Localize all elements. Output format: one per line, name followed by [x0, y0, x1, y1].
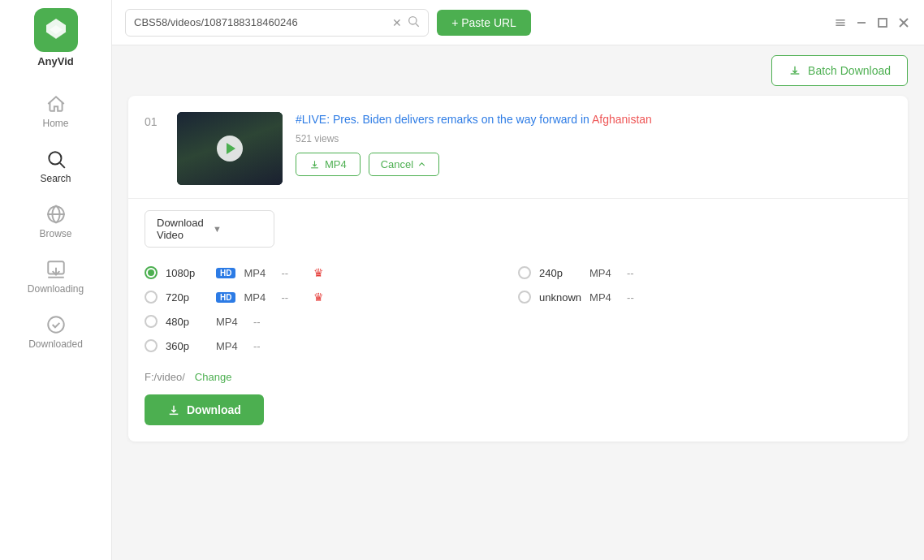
download-type-select: Download Video ▼ — [145, 210, 892, 248]
titlebar: ✕ + Paste URL — [112, 0, 924, 45]
svg-point-0 — [49, 152, 61, 164]
sidebar-item-downloading[interactable]: Downloading — [0, 249, 111, 301]
sidebar-item-browse-label: Browse — [39, 228, 71, 239]
downloaded-icon — [45, 314, 67, 335]
batch-download-button[interactable]: Batch Download — [771, 55, 908, 86]
minimize-button[interactable] — [854, 15, 869, 30]
sidebar-item-search-label: Search — [40, 173, 71, 184]
video-info: #LIVE: Pres. Biden delivers remarks on t… — [296, 112, 892, 176]
quality-row-720p[interactable]: 720p HD MP4 -- ♛ — [145, 285, 518, 309]
chevron-up-icon — [417, 159, 427, 170]
separator — [128, 198, 908, 199]
app-logo — [34, 8, 78, 52]
batch-download-icon — [788, 64, 801, 77]
radio-720p[interactable] — [145, 291, 158, 304]
video-index: 01 — [145, 112, 164, 128]
menu-button[interactable] — [833, 15, 848, 30]
quality-row-360p[interactable]: 360p MP4 -- — [145, 334, 518, 358]
video-views: 521 views — [296, 133, 892, 144]
url-input[interactable] — [134, 16, 387, 28]
sidebar-nav: Home Search Browse D — [0, 84, 111, 356]
quality-row-240p[interactable]: 240p MP4 -- — [518, 261, 892, 285]
dropdown-chevron-icon: ▼ — [213, 224, 262, 234]
downloading-icon — [45, 259, 67, 280]
video-thumbnail[interactable] — [177, 112, 283, 185]
download-icon — [167, 403, 180, 416]
svg-line-7 — [416, 24, 419, 27]
radio-240p[interactable] — [518, 266, 531, 279]
save-path-text: F:/video/ — [145, 371, 185, 383]
batch-download-label: Batch Download — [808, 64, 891, 77]
sidebar-item-downloaded-label: Downloaded — [28, 338, 83, 350]
sidebar-item-browse[interactable]: Browse — [0, 194, 111, 246]
search-icon — [45, 149, 67, 170]
radio-unknown[interactable] — [518, 291, 531, 304]
svg-rect-12 — [879, 19, 887, 27]
quality-row-480p[interactable]: 480p MP4 -- — [145, 309, 518, 334]
premium-icon-720p: ♛ — [313, 291, 324, 304]
sidebar-item-home[interactable]: Home — [0, 84, 111, 136]
premium-icon-1080p: ♛ — [313, 266, 324, 279]
home-icon — [45, 93, 67, 114]
download-options: Download Video ▼ 1080p HD MP4 — [145, 210, 892, 425]
video-actions: MP4 Cancel — [296, 153, 892, 176]
quality-grid: 1080p HD MP4 -- ♛ 720p HD MP4 -- — [145, 261, 892, 358]
video-card: 01 #LIVE: Pres. Biden delivers remarks o… — [128, 96, 908, 442]
download-button[interactable]: Download — [145, 394, 264, 425]
quality-row-unknown[interactable]: unknown MP4 -- — [518, 285, 892, 309]
change-path-link[interactable]: Change — [195, 371, 232, 383]
quality-row-1080p[interactable]: 1080p HD MP4 -- ♛ — [145, 261, 518, 285]
download-small-icon — [309, 159, 320, 170]
url-bar: ✕ — [125, 9, 429, 37]
sidebar-item-search[interactable]: Search — [0, 139, 111, 191]
app-name: AnyVid — [37, 55, 74, 67]
cancel-button[interactable]: Cancel — [369, 153, 439, 176]
content-area: 01 #LIVE: Pres. Biden delivers remarks o… — [112, 86, 924, 560]
save-path: F:/video/ Change — [145, 371, 892, 383]
paste-url-button[interactable]: + Paste URL — [437, 10, 531, 36]
quality-column-left: 1080p HD MP4 -- ♛ 720p HD MP4 -- — [145, 261, 518, 358]
svg-point-6 — [409, 16, 417, 24]
batch-download-area: Batch Download — [112, 45, 924, 86]
sidebar-item-downloading-label: Downloading — [28, 283, 84, 295]
sidebar-item-downloaded[interactable]: Downloaded — [0, 304, 111, 356]
radio-480p[interactable] — [145, 315, 158, 328]
radio-1080p[interactable] — [145, 266, 158, 279]
radio-360p[interactable] — [145, 339, 158, 352]
sidebar-item-home-label: Home — [42, 118, 68, 129]
browse-icon — [45, 204, 67, 225]
maximize-button[interactable] — [875, 15, 890, 30]
sidebar: AnyVid Home Search Browse — [0, 0, 112, 560]
mp4-button[interactable]: MP4 — [296, 153, 361, 176]
video-header: 01 #LIVE: Pres. Biden delivers remarks o… — [145, 112, 892, 185]
url-clear-button[interactable]: ✕ — [392, 17, 402, 28]
url-search-icon — [407, 15, 420, 31]
main-content: ✕ + Paste URL — [112, 0, 924, 560]
close-button[interactable] — [896, 15, 911, 30]
svg-point-5 — [48, 317, 64, 333]
window-controls — [833, 15, 911, 30]
video-title: #LIVE: Pres. Biden delivers remarks on t… — [296, 112, 892, 128]
download-type-dropdown[interactable]: Download Video ▼ — [145, 210, 274, 248]
quality-column-right: 240p MP4 -- unknown MP4 -- — [518, 261, 892, 358]
play-button[interactable] — [217, 136, 243, 162]
svg-line-1 — [59, 163, 64, 168]
